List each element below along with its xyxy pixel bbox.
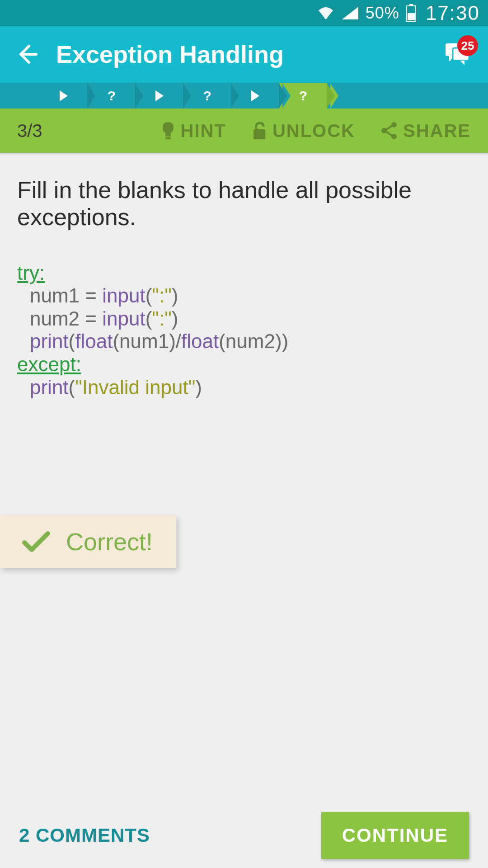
svg-rect-6 [253,129,265,139]
code-line-6: print("Invalid input") [17,376,471,399]
comments-link[interactable]: 2 COMMENTS [19,825,150,846]
check-icon [22,530,51,553]
continue-button[interactable]: CONTINUE [321,812,469,859]
code-line-2: num1 = input(":") [17,284,471,307]
hint-button[interactable]: HINT [161,121,226,141]
notification-badge: 25 [457,35,478,56]
code-block: try: num1 = input(":") num2 = input(":")… [17,262,471,399]
question-icon: ? [108,88,116,104]
page-title: Exception Handling [56,40,427,68]
code-line-1: try: [17,262,471,285]
play-icon [60,90,68,101]
share-label: SHARE [403,121,471,141]
play-icon [251,90,259,101]
result-label: Correct! [66,528,153,556]
status-bar: 50% 17:30 [0,0,488,26]
battery-percent: 50% [366,4,399,23]
code-line-4: print(float(num1)/float(num2)) [17,330,471,353]
bottom-bar: 2 COMMENTS CONTINUE [0,812,488,859]
code-line-3: num2 = input(":") [17,307,471,330]
svg-rect-3 [408,13,415,20]
unlock-button[interactable]: UNLOCK [252,121,355,141]
app-bar: Exception Handling 25 [0,26,488,83]
battery-icon [406,4,417,22]
hint-label: HINT [181,121,226,141]
progress-spacer [0,83,40,108]
code-keyword-except: except: [17,353,81,375]
code-line-5: except: [17,353,471,376]
wifi-icon [317,6,335,20]
question-prompt: Fill in the blanks to handle all possibl… [17,176,471,231]
status-time: 17:30 [426,2,480,24]
action-bar: 3/3 HINT UNLOCK SHARE [0,108,488,153]
code-keyword-try: try: [17,262,45,284]
share-button[interactable]: SHARE [380,121,471,141]
svg-point-0 [324,16,327,19]
question-icon: ? [299,88,307,104]
question-icon: ? [203,88,211,104]
play-icon [155,90,164,101]
back-button[interactable] [15,42,39,66]
signal-icon [341,6,359,20]
result-toast: Correct! [0,515,176,568]
chat-button[interactable]: 25 [444,42,470,67]
lesson-progress: ? ? ? [0,83,488,108]
unlock-label: UNLOCK [272,121,355,141]
progress-step-1[interactable] [40,83,88,108]
question-counter: 3/3 [17,121,136,141]
question-content: Fill in the blanks to handle all possibl… [0,153,488,422]
